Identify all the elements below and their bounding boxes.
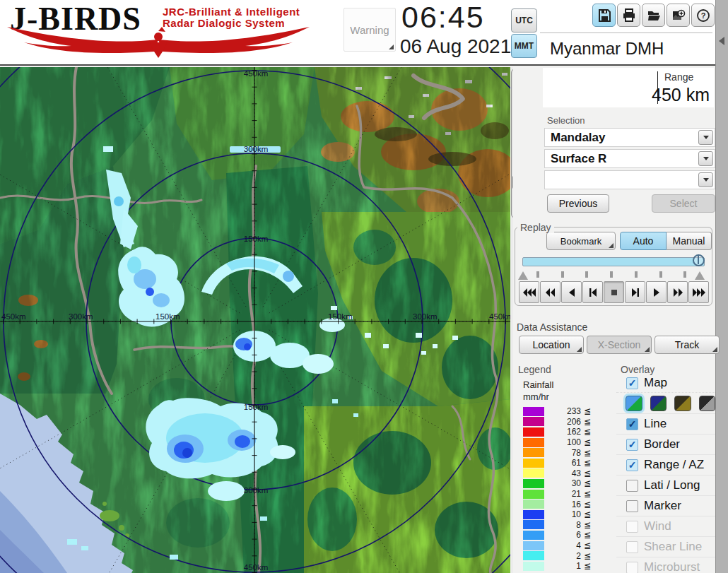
- legend-swatch: [523, 448, 544, 457]
- border-checkbox[interactable]: ✓: [626, 439, 638, 451]
- warning-button[interactable]: Warning: [344, 8, 396, 52]
- radar-map[interactable]: 450km300km150km150km300km450km450km300km…: [0, 67, 510, 573]
- replay-slider-track[interactable]: [522, 257, 705, 266]
- print-button[interactable]: [617, 4, 640, 27]
- fastest-forward-button[interactable]: [688, 281, 709, 303]
- range-label: 150km: [244, 235, 269, 243]
- legend-value: 206: [553, 417, 581, 427]
- select-button[interactable]: Select: [652, 194, 715, 213]
- save-button[interactable]: [592, 4, 616, 27]
- legend-swatch: [523, 541, 544, 550]
- overlay-item-border[interactable]: ✓Border: [616, 434, 715, 454]
- replay-manual-button[interactable]: Manual: [667, 232, 712, 250]
- corner-triangle-icon: [609, 243, 613, 248]
- legend-row: 206 ≦: [523, 417, 591, 427]
- legend-row: 10 ≦: [523, 509, 591, 520]
- legend-row: 8 ≦: [523, 520, 591, 531]
- legend-swatch: [523, 468, 544, 478]
- clock-date: 06 Aug 2021: [400, 35, 511, 58]
- product-dropdown[interactable]: Surface R: [544, 149, 715, 168]
- slider-tick: [683, 271, 686, 278]
- fast-forward-button[interactable]: [667, 281, 688, 303]
- add-image-button[interactable]: [667, 4, 690, 27]
- shear-line-checkbox[interactable]: [626, 541, 638, 553]
- corner-triangle-icon: [712, 347, 717, 352]
- line-checkbox[interactable]: ✓: [626, 418, 638, 430]
- legend-row: 233 ≦: [523, 406, 591, 417]
- step-forward-icon: [628, 285, 642, 300]
- legend-quantity: Rainfall: [523, 379, 553, 390]
- lati-long-checkbox[interactable]: [626, 480, 638, 492]
- replay-auto-button[interactable]: Auto: [620, 232, 667, 250]
- x-section-button[interactable]: X-Section: [587, 336, 652, 354]
- legend-swatch: [523, 531, 544, 540]
- overlay-item-shear-line[interactable]: Shear Line: [616, 536, 715, 557]
- bookmark-button[interactable]: Bookmark: [546, 232, 616, 250]
- stop-button[interactable]: [604, 281, 624, 303]
- range-label: 450km: [489, 312, 510, 321]
- legend-lte-symbol: ≦: [584, 489, 591, 499]
- overlay-item-lati-long[interactable]: Lati / Long: [616, 475, 715, 495]
- track-button[interactable]: Track: [654, 336, 720, 354]
- help-button[interactable]: ?: [691, 4, 715, 27]
- site-dropdown-button[interactable]: [698, 130, 713, 145]
- overlay-item-map[interactable]: ✓Map: [616, 374, 715, 392]
- step-backward-button[interactable]: [582, 281, 603, 303]
- bookmark-label: Bookmark: [560, 236, 602, 247]
- legend-row: 6 ≦: [523, 530, 591, 540]
- legend-lte-symbol: ≦: [584, 437, 591, 447]
- stop-icon: [607, 285, 621, 300]
- overlay-item-marker[interactable]: Marker: [616, 495, 715, 516]
- overlay-item-range-az[interactable]: ✓Range / AZ: [616, 454, 715, 475]
- open-folder-button[interactable]: [642, 4, 665, 27]
- legend-value: 162: [553, 427, 581, 437]
- map-style-swatch-3[interactable]: [674, 396, 691, 411]
- legend-lte-symbol: ≦: [584, 561, 591, 571]
- play-backward-button[interactable]: [561, 281, 582, 303]
- range-label: Range: [664, 71, 693, 83]
- site-dropdown-value: Mandalay: [551, 131, 605, 145]
- range-label: 300km: [244, 486, 269, 495]
- wind-checkbox[interactable]: [626, 521, 638, 533]
- map-style-swatch-1[interactable]: [626, 396, 642, 411]
- overlay-item-wind[interactable]: Wind: [616, 516, 715, 536]
- range-panel: Range 450 km: [543, 68, 714, 107]
- site-dropdown[interactable]: Mandalay: [544, 128, 715, 147]
- marker-checkbox[interactable]: [626, 500, 638, 512]
- map-style-swatches: [616, 392, 715, 413]
- product-dropdown-button[interactable]: [698, 151, 713, 166]
- microburst-checkbox[interactable]: [626, 562, 638, 573]
- range-value: 450 km: [652, 85, 710, 105]
- extra-dropdown[interactable]: [544, 170, 715, 189]
- timezone-mmt-button[interactable]: MMT: [511, 34, 537, 58]
- header-separator: [540, 33, 712, 33]
- legend-swatch: [523, 459, 544, 468]
- fast-forward-icon: [671, 285, 685, 300]
- fast-rewind-button[interactable]: [519, 281, 539, 303]
- legend-value: 21: [553, 489, 581, 499]
- replay-slider-handle[interactable]: [693, 254, 705, 266]
- legend-row: 43 ≦: [523, 468, 591, 479]
- overlay-item-microburst[interactable]: Microburst: [616, 557, 715, 573]
- range-az-checkbox[interactable]: ✓: [626, 459, 638, 471]
- legend-row: 4 ≦: [523, 540, 591, 551]
- legend-swatch: [523, 490, 544, 499]
- step-forward-button[interactable]: [625, 281, 645, 303]
- location-button[interactable]: Location: [519, 336, 584, 354]
- slider-start-marker[interactable]: [518, 271, 528, 280]
- play-forward-button[interactable]: [646, 281, 667, 303]
- map-checkbox[interactable]: ✓: [626, 377, 638, 389]
- rewind-button[interactable]: [540, 281, 560, 303]
- map-style-swatch-2[interactable]: [650, 396, 667, 411]
- legend-row: 2 ≦: [523, 550, 591, 561]
- previous-button[interactable]: Previous: [547, 194, 609, 213]
- extra-dropdown-button[interactable]: [698, 172, 713, 187]
- collapse-rail[interactable]: [715, 0, 728, 573]
- play-forward-icon: [650, 285, 664, 300]
- slider-end-marker[interactable]: [695, 271, 705, 280]
- timezone-utc-button[interactable]: UTC: [511, 8, 537, 33]
- overlay-item-line[interactable]: ✓Line: [616, 413, 715, 434]
- map-style-swatch-4[interactable]: [699, 396, 716, 411]
- warning-label: Warning: [350, 24, 389, 36]
- data-assistance-label: Data Assistance: [517, 321, 587, 333]
